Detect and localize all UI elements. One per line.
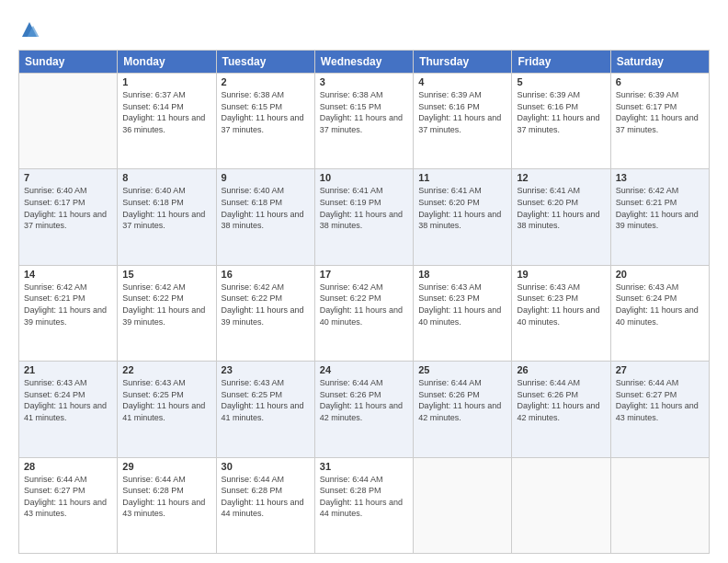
day-number: 2 [222,76,310,87]
calendar-cell: 10Sunrise: 6:41 AMSunset: 6:19 PMDayligh… [314,169,413,265]
calendar-cell: 18Sunrise: 6:43 AMSunset: 6:23 PMDayligh… [414,265,512,361]
calendar-cell [610,457,709,553]
cell-content: Sunrise: 6:43 AMSunset: 6:24 PMDaylight:… [616,282,699,327]
cell-content: Sunrise: 6:44 AMSunset: 6:27 PMDaylight:… [616,378,699,422]
cell-content: Sunrise: 6:42 AMSunset: 6:22 PMDaylight:… [222,282,304,327]
cell-content: Sunrise: 6:42 AMSunset: 6:21 PMDaylight:… [24,282,107,327]
day-number: 15 [122,269,210,280]
cell-content: Sunrise: 6:44 AMSunset: 6:28 PMDaylight:… [320,475,403,519]
cell-content: Sunrise: 6:40 AMSunset: 6:17 PMDaylight:… [24,186,107,230]
day-number: 23 [222,364,310,375]
calendar-cell: 4Sunrise: 6:39 AMSunset: 6:16 PMDaylight… [414,74,512,169]
logo [18,17,44,40]
day-number: 12 [517,172,605,183]
cell-content: Sunrise: 6:44 AMSunset: 6:27 PMDaylight:… [24,475,107,519]
day-number: 31 [320,461,408,472]
calendar-cell: 7Sunrise: 6:40 AMSunset: 6:17 PMDaylight… [19,169,118,265]
day-number: 24 [320,364,408,375]
calendar-cell: 8Sunrise: 6:40 AMSunset: 6:18 PMDaylight… [118,169,216,265]
calendar-cell: 26Sunrise: 6:44 AMSunset: 6:26 PMDayligh… [512,362,610,457]
calendar-cell: 13Sunrise: 6:42 AMSunset: 6:21 PMDayligh… [610,169,709,265]
calendar-cell: 11Sunrise: 6:41 AMSunset: 6:20 PMDayligh… [414,169,512,265]
calendar-cell: 21Sunrise: 6:43 AMSunset: 6:24 PMDayligh… [19,362,118,457]
cell-content: Sunrise: 6:44 AMSunset: 6:28 PMDaylight:… [122,475,205,519]
cell-content: Sunrise: 6:42 AMSunset: 6:22 PMDaylight:… [122,282,205,327]
day-number: 10 [320,172,408,183]
calendar-cell: 16Sunrise: 6:42 AMSunset: 6:22 PMDayligh… [216,265,314,361]
cell-content: Sunrise: 6:42 AMSunset: 6:22 PMDaylight:… [320,282,403,327]
cell-content: Sunrise: 6:42 AMSunset: 6:21 PMDaylight:… [616,186,699,230]
day-number: 14 [24,269,112,280]
calendar-cell: 14Sunrise: 6:42 AMSunset: 6:21 PMDayligh… [19,265,118,361]
day-number: 8 [122,172,210,183]
calendar-cell: 20Sunrise: 6:43 AMSunset: 6:24 PMDayligh… [610,265,709,361]
day-number: 1 [122,76,210,87]
header-tuesday: Tuesday [216,51,314,74]
header-monday: Monday [118,51,216,74]
calendar-cell: 23Sunrise: 6:43 AMSunset: 6:25 PMDayligh… [216,362,314,457]
cell-content: Sunrise: 6:44 AMSunset: 6:26 PMDaylight:… [320,378,403,422]
day-number: 13 [616,172,704,183]
cell-content: Sunrise: 6:43 AMSunset: 6:24 PMDaylight:… [24,378,107,422]
day-number: 11 [418,172,506,183]
calendar-cell: 31Sunrise: 6:44 AMSunset: 6:28 PMDayligh… [314,457,413,553]
cell-content: Sunrise: 6:41 AMSunset: 6:20 PMDaylight:… [517,186,599,230]
day-number: 30 [222,461,310,472]
day-number: 9 [222,172,310,183]
day-number: 19 [517,269,605,280]
day-number: 25 [418,364,506,375]
weekday-header-row: Sunday Monday Tuesday Wednesday Thursday… [19,51,710,74]
day-number: 18 [418,269,506,280]
calendar-cell [512,457,610,553]
calendar-cell: 12Sunrise: 6:41 AMSunset: 6:20 PMDayligh… [512,169,610,265]
calendar-cell: 2Sunrise: 6:38 AMSunset: 6:15 PMDaylight… [216,74,314,169]
cell-content: Sunrise: 6:39 AMSunset: 6:17 PMDaylight:… [616,90,699,134]
calendar-cell: 25Sunrise: 6:44 AMSunset: 6:26 PMDayligh… [414,362,512,457]
calendar-cell: 19Sunrise: 6:43 AMSunset: 6:23 PMDayligh… [512,265,610,361]
cell-content: Sunrise: 6:40 AMSunset: 6:18 PMDaylight:… [222,186,304,230]
header [18,17,710,40]
page: Sunday Monday Tuesday Wednesday Thursday… [0,0,728,563]
calendar-week-2: 7Sunrise: 6:40 AMSunset: 6:17 PMDaylight… [19,169,710,265]
cell-content: Sunrise: 6:44 AMSunset: 6:26 PMDaylight:… [418,378,501,422]
calendar-cell: 5Sunrise: 6:39 AMSunset: 6:16 PMDaylight… [512,74,610,169]
cell-content: Sunrise: 6:39 AMSunset: 6:16 PMDaylight:… [517,90,599,134]
day-number: 4 [418,76,506,87]
header-friday: Friday [512,51,610,74]
cell-content: Sunrise: 6:43 AMSunset: 6:23 PMDaylight:… [517,282,599,327]
day-number: 21 [24,364,112,375]
day-number: 29 [122,461,210,472]
header-thursday: Thursday [414,51,512,74]
cell-content: Sunrise: 6:40 AMSunset: 6:18 PMDaylight:… [122,186,205,230]
calendar-cell: 15Sunrise: 6:42 AMSunset: 6:22 PMDayligh… [118,265,216,361]
cell-content: Sunrise: 6:43 AMSunset: 6:23 PMDaylight:… [418,282,501,327]
cell-content: Sunrise: 6:44 AMSunset: 6:28 PMDaylight:… [222,475,304,519]
day-number: 17 [320,269,408,280]
header-sunday: Sunday [19,51,118,74]
cell-content: Sunrise: 6:44 AMSunset: 6:26 PMDaylight:… [517,378,599,422]
calendar-cell: 9Sunrise: 6:40 AMSunset: 6:18 PMDaylight… [216,169,314,265]
calendar-cell: 6Sunrise: 6:39 AMSunset: 6:17 PMDaylight… [610,74,709,169]
calendar-cell [414,457,512,553]
cell-content: Sunrise: 6:39 AMSunset: 6:16 PMDaylight:… [418,90,501,134]
calendar-cell: 30Sunrise: 6:44 AMSunset: 6:28 PMDayligh… [216,457,314,553]
day-number: 6 [616,76,704,87]
calendar-cell: 24Sunrise: 6:44 AMSunset: 6:26 PMDayligh… [314,362,413,457]
calendar-cell: 27Sunrise: 6:44 AMSunset: 6:27 PMDayligh… [610,362,709,457]
cell-content: Sunrise: 6:41 AMSunset: 6:19 PMDaylight:… [320,186,403,230]
day-number: 16 [222,269,310,280]
day-number: 3 [320,76,408,87]
day-number: 22 [122,364,210,375]
calendar-cell: 17Sunrise: 6:42 AMSunset: 6:22 PMDayligh… [314,265,413,361]
header-saturday: Saturday [610,51,709,74]
calendar-cell: 3Sunrise: 6:38 AMSunset: 6:15 PMDaylight… [314,74,413,169]
calendar-week-5: 28Sunrise: 6:44 AMSunset: 6:27 PMDayligh… [19,457,710,553]
cell-content: Sunrise: 6:38 AMSunset: 6:15 PMDaylight:… [320,90,403,134]
calendar-cell [19,74,118,169]
cell-content: Sunrise: 6:38 AMSunset: 6:15 PMDaylight:… [222,90,304,134]
calendar-cell: 22Sunrise: 6:43 AMSunset: 6:25 PMDayligh… [118,362,216,457]
calendar-week-1: 1Sunrise: 6:37 AMSunset: 6:14 PMDaylight… [19,74,710,169]
calendar-week-4: 21Sunrise: 6:43 AMSunset: 6:24 PMDayligh… [19,362,710,457]
day-number: 7 [24,172,112,183]
logo-icon [18,18,40,40]
